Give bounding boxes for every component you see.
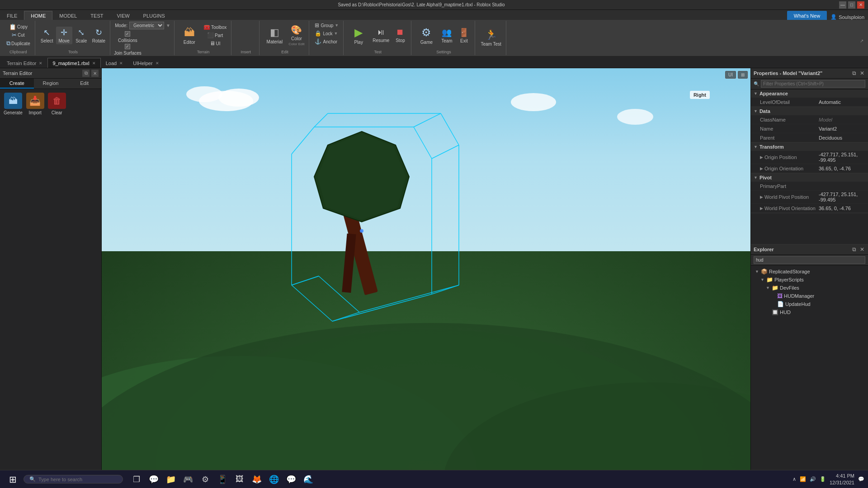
lock-button[interactable]: 🔒 Lock ▼ (313, 30, 340, 37)
terrain-tab-region[interactable]: Region (34, 79, 68, 89)
taskbar-icon-file-explorer[interactable]: 📁 (163, 471, 179, 488)
move-button[interactable]: ✛ Move (56, 27, 72, 44)
terrain-editor-tab[interactable]: Terrain Editor ✕ (2, 58, 47, 68)
team-create-button[interactable]: 👥 Team (439, 27, 455, 44)
close-button[interactable]: ✕ (857, 1, 864, 9)
clear-tool[interactable]: 🗑 Clear (48, 93, 66, 115)
join-surfaces-checkbox-row[interactable]: ✓ Join Surfaces (114, 44, 142, 56)
taskbar-icon-firefox[interactable]: 🦊 (249, 471, 265, 488)
insert-group: Insert (232, 21, 259, 55)
edit-expand-arrow[interactable]: ↗ (860, 38, 863, 43)
join-surfaces-checkbox[interactable]: ✓ (125, 44, 130, 49)
tree-item-hud-manager[interactable]: 🖼 HUDManager (751, 292, 868, 300)
properties-close[interactable]: ✕ (859, 70, 865, 76)
taskbar-icon-settings[interactable]: ⚙ (197, 471, 213, 488)
start-button[interactable]: ⊞ (4, 471, 22, 488)
duplicate-button[interactable]: ⧉ Duplicate (5, 39, 32, 47)
play-button[interactable]: ▶ Play (347, 25, 370, 46)
exit-game-button[interactable]: 🚪 Exit (456, 27, 472, 44)
doc-tab-main-close[interactable]: ✕ (92, 61, 96, 66)
filter-icon: 🔍 (754, 81, 759, 86)
collisions-checkbox[interactable]: ✓ (125, 31, 130, 37)
taskbar-search-bar[interactable]: 🔍 (24, 475, 123, 483)
doc-tab-load-close[interactable]: ✕ (119, 61, 123, 66)
minimize-button[interactable]: — (839, 1, 846, 9)
taskbar-search-input[interactable] (38, 477, 111, 482)
ui-button[interactable]: 🖥 UI (202, 40, 228, 47)
whats-new-button[interactable]: What's New (787, 11, 827, 20)
pivot-section-header[interactable]: ▼ Pivot (751, 174, 868, 182)
doc-tab-main[interactable]: 9_maptime1.rbxl ✕ (47, 58, 100, 68)
taskbar-expand-icon[interactable]: ∧ (793, 476, 796, 482)
tree-item-replicated-storage[interactable]: ▼ 📦 ReplicatedStorage (751, 267, 868, 276)
viewport-expand-button[interactable]: ⊞ (738, 71, 748, 79)
terrain-tab-edit[interactable]: Edit (67, 79, 101, 89)
appearance-section-header[interactable]: ▼ Appearance (751, 89, 868, 98)
tree-item-update-hud[interactable]: 📄 UpdateHud (751, 300, 868, 308)
tree-item-dev-files[interactable]: ▼ 📁 DevFiles (751, 284, 868, 292)
material-button[interactable]: ◧ Material (263, 26, 286, 45)
transform-section-header[interactable]: ▼ Transform (751, 143, 868, 151)
origin-position-row: ▶ Origin Position -427.717, 25.151, -99.… (751, 151, 868, 164)
tree-item-player-scripts[interactable]: ▼ 📁 PlayerScripts (751, 276, 868, 284)
tab-home[interactable]: HOME (24, 11, 52, 20)
toolbox-button[interactable]: 🧰 Toolbox (202, 23, 228, 31)
copy-button[interactable]: 📋 Copy (5, 23, 32, 31)
taskbar-icon-chrome[interactable]: 🌐 (266, 471, 282, 488)
team-test-button[interactable]: 🏃 Team Test (479, 28, 503, 47)
terrain-tab-create[interactable]: Create (0, 79, 34, 89)
terrain-editor-close[interactable]: ✕ (39, 61, 42, 66)
properties-filter-input[interactable] (761, 80, 865, 88)
taskbar-icon-chat[interactable]: 💬 (146, 471, 162, 488)
explorer-search-input[interactable] (754, 256, 865, 264)
anchor-button[interactable]: ⚓ Anchor (313, 38, 339, 45)
collisions-checkbox-row[interactable]: ✓ Collisions (114, 31, 142, 43)
taskbar-icon-store[interactable]: 📱 (214, 471, 231, 488)
tab-test[interactable]: TEST (84, 11, 110, 20)
doc-tab-uihelper-close[interactable]: ✕ (156, 61, 159, 66)
doc-tab-load[interactable]: Load ✕ (101, 58, 128, 68)
terrain-panel-close[interactable]: ✕ (91, 70, 99, 77)
stop-button[interactable]: ⏹ Stop (392, 27, 408, 44)
terrain-editor-button[interactable]: 🏔 Editor (178, 25, 201, 46)
color-button[interactable]: 🎨 Color Color Edit (287, 23, 306, 47)
cut-button[interactable]: ✂ Cut (5, 31, 32, 39)
properties-expand[interactable]: ⧉ (851, 70, 857, 76)
terrain-tools: 🏔 Generate 📥 Import 🗑 Clear (0, 89, 101, 119)
rotate-button[interactable]: ↻ Rotate (90, 27, 107, 44)
tab-view[interactable]: VIEW (110, 11, 136, 20)
ui-toggle-button[interactable]: UI (725, 71, 736, 79)
taskbar-time[interactable]: 4:41 PM 12/31/2021 (830, 473, 854, 486)
explorer-expand[interactable]: ⧉ (851, 246, 857, 253)
taskbar-notification-icon[interactable]: 💬 (858, 476, 864, 482)
network-icon: 📶 (800, 476, 806, 482)
taskbar-icon-discord[interactable]: 💬 (283, 471, 299, 488)
generate-tool[interactable]: 🏔 Generate (4, 93, 23, 115)
viewport[interactable]: Right UI ⊞ (102, 68, 750, 475)
taskbar-icon-task-view[interactable]: ❐ (128, 471, 145, 488)
scale-button[interactable]: ⤡ Scale (73, 27, 90, 44)
terrain-panel-expand[interactable]: ⧉ (82, 70, 90, 77)
select-button[interactable]: ↖ Select (39, 27, 55, 44)
doc-tab-uihelper[interactable]: UIHelper ✕ (128, 58, 164, 68)
import-tool[interactable]: 📥 Import (26, 93, 44, 115)
group-button[interactable]: ⊞ Group ▼ (313, 22, 340, 29)
tab-model[interactable]: MODEL (52, 11, 84, 20)
world-pivot-orientation-row: ▶ World Pivot Orientation 36.65, 0, -4.7… (751, 204, 868, 213)
tab-file[interactable]: FILE (0, 11, 24, 20)
team-test-group: 🏃 Team Test (476, 21, 506, 55)
maximize-button[interactable]: □ (848, 1, 855, 9)
mode-dropdown[interactable]: Geometric (129, 22, 164, 29)
tab-plugins[interactable]: PLUGINS (137, 11, 172, 20)
taskbar-icon-edge[interactable]: 🌊 (300, 471, 316, 488)
explorer-close[interactable]: ✕ (859, 246, 865, 253)
data-section-header[interactable]: ▼ Data (751, 107, 868, 115)
appearance-section: ▼ Appearance LevelOfDetail Automatic (751, 89, 868, 107)
game-settings-button[interactable]: ⚙ Game (415, 25, 438, 46)
resume-button[interactable]: ⏯ Resume (371, 27, 391, 44)
tree-item-hud[interactable]: 🔲 HUD (751, 308, 868, 316)
terrain-label: Terrain (197, 49, 210, 54)
taskbar-icon-roblox[interactable]: 🎮 (180, 471, 196, 488)
part-button[interactable]: ⬛ Part (202, 32, 228, 39)
taskbar-icon-photos[interactable]: 🖼 (231, 471, 248, 488)
